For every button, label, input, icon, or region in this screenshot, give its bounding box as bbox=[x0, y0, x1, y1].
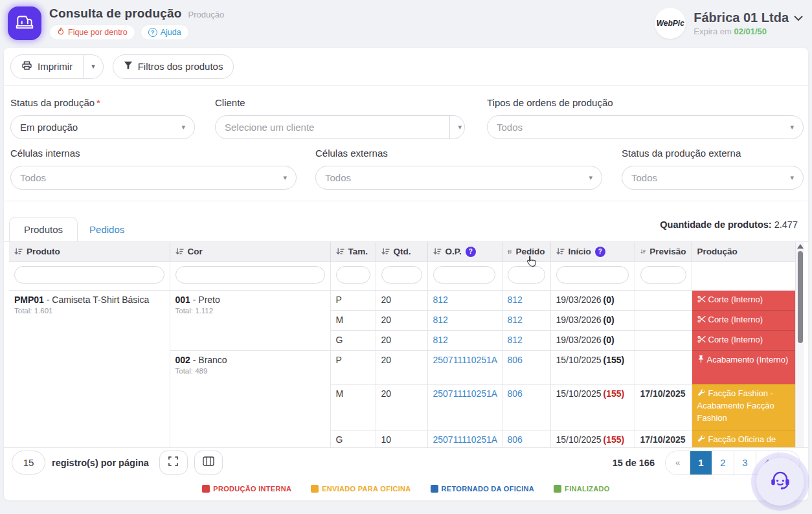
pedido-cell: 812 bbox=[502, 330, 550, 350]
celulas-internas-select[interactable]: Todos ▾ bbox=[10, 166, 297, 190]
pedido-link[interactable]: 812 bbox=[508, 315, 523, 325]
op-link[interactable]: 250711110251A bbox=[433, 388, 498, 399]
pedido-cell: 812 bbox=[502, 290, 550, 310]
pedido-link[interactable]: 806 bbox=[508, 434, 523, 445]
produto-filter-input[interactable] bbox=[14, 266, 164, 284]
status-producao-select[interactable]: Em produção ▾ bbox=[10, 115, 195, 139]
headset-icon bbox=[766, 466, 795, 497]
products-table: Produto Cor Tam. Qtd. O.P.? Pedido Iníci… bbox=[9, 242, 795, 448]
sort-down-icon bbox=[556, 248, 565, 256]
columns-button[interactable] bbox=[194, 451, 223, 475]
print-button[interactable]: Imprimir bbox=[11, 55, 83, 78]
legend-enviado-oficina: ENVIADO PARA OFICINA bbox=[311, 485, 411, 493]
page-button-2[interactable]: 2 bbox=[712, 451, 734, 475]
column-filter-row bbox=[9, 262, 795, 290]
tam-filter-input[interactable] bbox=[336, 266, 370, 284]
op-help-icon[interactable]: ? bbox=[466, 247, 476, 257]
op-link[interactable]: 812 bbox=[433, 295, 448, 305]
column-header-inicio[interactable]: Início? bbox=[550, 242, 635, 262]
product-cell: PMP01 - Camiseta T-Shirt Básica Total: 1… bbox=[9, 290, 170, 447]
tipos-ordens-select[interactable]: Todos ▾ bbox=[487, 115, 804, 139]
tam-cell: P bbox=[330, 350, 376, 384]
company-switcher[interactable]: Fábrica 01 Ltda bbox=[694, 10, 803, 25]
production-status-cell: Facção Oficina de bbox=[692, 430, 795, 447]
celulas-externas-select[interactable]: Todos ▾ bbox=[315, 166, 602, 190]
pedido-link[interactable]: 812 bbox=[508, 295, 523, 305]
tab-produtos[interactable]: Produtos bbox=[9, 217, 78, 241]
columns-icon bbox=[203, 456, 214, 469]
sort-down-icon bbox=[175, 248, 184, 256]
support-chat-button[interactable] bbox=[756, 458, 804, 506]
chevron-down-icon: ▾ bbox=[790, 173, 794, 182]
pedido-link[interactable]: 812 bbox=[508, 335, 523, 345]
column-header-pedido[interactable]: Pedido bbox=[502, 242, 550, 262]
fullscreen-button[interactable] bbox=[159, 451, 188, 475]
top-header: Consulta de produção Produção Fique por … bbox=[0, 0, 812, 48]
column-header-cor[interactable]: Cor bbox=[170, 242, 330, 262]
pedido-cell: 806 bbox=[502, 384, 550, 430]
column-header-producao: Produção bbox=[692, 242, 795, 262]
status-externa-value: Todos bbox=[631, 172, 790, 183]
op-link[interactable]: 250711110251A bbox=[433, 434, 498, 445]
page-button-1[interactable]: 1 bbox=[690, 451, 712, 475]
qtd-cell: 20 bbox=[376, 290, 427, 310]
op-link[interactable]: 250711110251A bbox=[433, 355, 498, 365]
page-size-select[interactable]: 15 bbox=[12, 451, 45, 475]
news-badge[interactable]: Fique por dentro bbox=[49, 25, 135, 40]
filters-section: Status da produção* Em produção ▾ Client… bbox=[4, 86, 808, 201]
expiration-date: 02/01/50 bbox=[734, 27, 767, 36]
tam-cell: G bbox=[330, 430, 376, 447]
previsao-filter-input[interactable] bbox=[640, 266, 686, 284]
status-producao-label: Status da produção* bbox=[10, 97, 100, 108]
previsao-cell bbox=[635, 310, 692, 330]
column-header-previsao[interactable]: Previsão bbox=[635, 242, 692, 262]
per-page-label: registro(s) por página bbox=[52, 458, 149, 468]
pedido-filter-input[interactable] bbox=[508, 266, 545, 284]
page-button-3[interactable]: 3 bbox=[734, 451, 756, 475]
help-badge[interactable]: ? Ajuda bbox=[141, 25, 189, 40]
question-icon: ? bbox=[148, 28, 157, 37]
product-filters-button[interactable]: Filtros dos produtos bbox=[113, 54, 234, 79]
inicio-cell: 19/03/2026(0) bbox=[550, 290, 635, 310]
tab-pedidos[interactable]: Pedidos bbox=[78, 218, 136, 241]
status-externa-select[interactable]: Todos ▾ bbox=[622, 166, 804, 190]
scroll-up-arrow-icon[interactable] bbox=[797, 244, 804, 249]
cor-filter-input[interactable] bbox=[175, 266, 325, 284]
previsao-cell bbox=[635, 330, 692, 350]
op-filter-input[interactable] bbox=[433, 266, 495, 284]
op-link[interactable]: 812 bbox=[433, 315, 448, 325]
cliente-select[interactable]: Selecione um cliente ▾ bbox=[215, 115, 465, 139]
legend-retornado-oficina: RETORNADO DA OFICINA bbox=[431, 485, 535, 493]
qtd-filter-input[interactable] bbox=[381, 266, 422, 284]
inicio-help-icon[interactable]: ? bbox=[595, 247, 605, 257]
chevron-down-icon[interactable]: ▾ bbox=[450, 123, 464, 131]
inicio-filter-input[interactable] bbox=[556, 266, 629, 284]
column-header-produto[interactable]: Produto bbox=[9, 242, 170, 262]
print-options-button[interactable]: ▾ bbox=[83, 55, 103, 78]
op-link[interactable]: 812 bbox=[433, 335, 448, 345]
celulas-externas-label: Células externas bbox=[315, 148, 388, 159]
column-header-tam[interactable]: Tam. bbox=[330, 242, 376, 262]
wrench-icon bbox=[697, 435, 706, 445]
color-cell: 002 - Branco Total: 489 bbox=[170, 350, 330, 447]
tipos-ordens-label: Tipos de ordens de produção bbox=[487, 97, 613, 108]
scrollbar-thumb[interactable] bbox=[798, 251, 803, 343]
inicio-cell: 19/03/2026(0) bbox=[550, 330, 635, 350]
print-split-button: Imprimir ▾ bbox=[10, 54, 104, 79]
legend-swatch bbox=[431, 485, 438, 493]
pedido-cell: 812 bbox=[502, 310, 550, 330]
pin-icon bbox=[697, 355, 705, 365]
qtd-cell: 20 bbox=[376, 330, 427, 350]
column-header-op[interactable]: O.P.? bbox=[427, 242, 502, 262]
pagination-bar: 15 registro(s) por página 15 de 166 « 1 … bbox=[4, 447, 808, 477]
op-cell: 250711110251A bbox=[427, 350, 502, 384]
prev-page-button[interactable]: « bbox=[666, 451, 690, 475]
sort-down-icon bbox=[640, 248, 646, 256]
inicio-cell: 15/10/2025(155) bbox=[550, 350, 635, 384]
celulas-externas-value: Todos bbox=[325, 172, 589, 183]
vertical-scrollbar[interactable] bbox=[795, 242, 804, 448]
expiration: Expira em 02/01/50 bbox=[694, 27, 803, 36]
pedido-link[interactable]: 806 bbox=[508, 388, 523, 399]
pedido-link[interactable]: 806 bbox=[508, 355, 523, 365]
column-header-qtd[interactable]: Qtd. bbox=[376, 242, 427, 262]
